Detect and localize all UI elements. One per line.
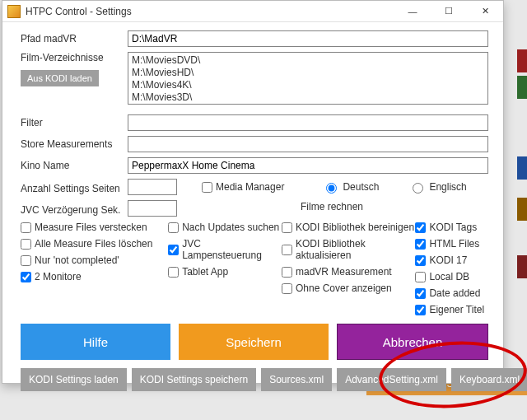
checkbox-label-two_mon: 2 Monitore — [35, 271, 82, 282]
checkbox-label-tags: KODI Tags — [429, 222, 477, 233]
bg-strip — [517, 49, 527, 72]
bg-strip — [517, 255, 527, 278]
checkbox-bib_clean[interactable]: KODI Bibliothek bereinigen — [282, 222, 415, 233]
checkbox-input-jvclamp[interactable] — [168, 245, 179, 255]
checkbox-localdb[interactable]: Local DB — [415, 271, 488, 282]
checkbox-input-localdb[interactable] — [415, 272, 426, 282]
checkbox-mf_hide[interactable]: Measure Files verstecken — [21, 222, 168, 233]
bg-strip — [517, 156, 527, 180]
checkbox-mf_del[interactable]: Alle Measure Files löschen — [21, 238, 168, 250]
checkbox-input-no_cover[interactable] — [282, 283, 292, 294]
app-icon — [7, 5, 21, 18]
label-filmdirs: Film-Verzeichnisse — [21, 52, 128, 63]
lang-de-label: Deutsch — [343, 181, 379, 193]
checkbox-input-bib_upd[interactable] — [282, 245, 292, 255]
lang-en-radio[interactable] — [413, 183, 423, 194]
label-pages: Anzahl Settings Seiten — [21, 180, 128, 194]
checkbox-label-dateadd: Date added — [429, 287, 480, 299]
checks-mid: Nach Updates suchenJVC LampensteuerungTa… — [168, 222, 282, 320]
checks-right: KODI TagsHTML FilesKODI 17Local DBDate a… — [415, 222, 488, 320]
checkbox-updates[interactable]: Nach Updates suchen — [168, 222, 282, 233]
checkbox-madvr_m[interactable]: madVR Measurement — [282, 266, 415, 278]
checkbox-label-mf_hide: Measure Files verstecken — [35, 222, 147, 233]
checkbox-input-html[interactable] — [415, 239, 426, 250]
checkbox-jvclamp[interactable]: JVC Lampensteuerung — [168, 238, 282, 261]
settings-window: HTPC Control - Settings — ☐ ✕ Pfad madVR… — [2, 0, 504, 384]
kino-input[interactable] — [128, 157, 488, 174]
save-button[interactable]: Speichern — [179, 324, 329, 360]
checks-filme: KODI Bibliothek bereinigenKODI Bibliothe… — [282, 222, 415, 320]
checkbox-input-bib_clean[interactable] — [282, 222, 292, 233]
lang-de-radio[interactable] — [326, 183, 337, 194]
bg-strip — [517, 198, 527, 221]
cancel-button[interactable]: Abbrechen — [337, 324, 488, 360]
checkbox-input-mf_del[interactable] — [21, 239, 31, 250]
checkbox-input-eigen[interactable] — [415, 305, 426, 315]
checkbox-input-madvr_m[interactable] — [282, 267, 292, 278]
sources-button[interactable]: Sources.xml — [261, 368, 332, 391]
checkbox-no_cover[interactable]: Ohne Cover anzeigen — [282, 282, 415, 294]
checkbox-bib_upd[interactable]: KODI Bibliothek aktualisieren — [282, 238, 415, 261]
checkbox-label-no_cover: Ohne Cover anzeigen — [296, 282, 392, 294]
checkbox-input-dateadd[interactable] — [415, 288, 426, 299]
checkbox-label-jvclamp: JVC Lampensteuerung — [182, 238, 282, 261]
checks-left: Measure Files versteckenAlle Measure Fil… — [21, 222, 168, 320]
checkbox-label-mf_del: Alle Measure Files löschen — [35, 238, 152, 250]
store-input[interactable] — [128, 136, 488, 152]
keyboard-button[interactable]: Keyboard.xml — [451, 368, 527, 391]
checkbox-input-k17[interactable] — [415, 255, 426, 266]
close-button[interactable]: ✕ — [467, 1, 503, 22]
checkbox-input-mf_hide[interactable] — [21, 222, 31, 233]
checkbox-html[interactable]: HTML Files — [415, 238, 488, 250]
pfad-input[interactable] — [128, 30, 488, 47]
checkbox-k17[interactable]: KODI 17 — [415, 254, 488, 266]
checkbox-input-tablet[interactable] — [168, 267, 179, 278]
filter-input[interactable] — [128, 114, 488, 131]
checkbox-label-k17: KODI 17 — [429, 254, 467, 266]
maximize-button[interactable]: ☐ — [431, 1, 467, 22]
label-kino: Kino Name — [21, 157, 128, 171]
label-jvc: JVC Verzögerung Sek. — [21, 202, 128, 216]
kodi-save-button[interactable]: KODI Settings speichern — [132, 368, 256, 391]
checkbox-label-updates: Nach Updates suchen — [182, 222, 279, 233]
minimize-button[interactable]: — — [394, 1, 431, 22]
checkbox-input-not_comp[interactable] — [21, 255, 31, 266]
label-filter: Filter — [21, 114, 128, 128]
checkbox-label-html: HTML Files — [429, 238, 479, 250]
kodi-load-button[interactable]: KODI Settings laden — [21, 368, 127, 391]
checkbox-input-tags[interactable] — [415, 222, 426, 233]
checkbox-dateadd[interactable]: Date added — [415, 287, 488, 299]
checkbox-label-not_comp: Nur 'not completed' — [35, 254, 119, 266]
checkbox-label-localdb: Local DB — [429, 271, 469, 282]
jvc-input[interactable] — [128, 200, 177, 217]
checkbox-label-eigen: Eigener Titel — [429, 304, 484, 315]
checkbox-label-bib_clean: KODI Bibliothek bereinigen — [296, 222, 414, 233]
checkbox-eigen[interactable]: Eigener Titel — [415, 304, 488, 315]
checkbox-label-tablet: Tablet App — [182, 266, 228, 278]
label-pfad: Pfad madVR — [21, 30, 128, 44]
window-title: HTPC Control - Settings — [26, 6, 394, 17]
advsetting-button[interactable]: AdvancedSetting.xml — [337, 368, 446, 391]
checkbox-input-updates[interactable] — [168, 222, 179, 233]
pages-input[interactable] — [128, 179, 177, 195]
checkbox-not_comp[interactable]: Nur 'not completed' — [21, 254, 168, 266]
checkbox-label-bib_upd: KODI Bibliothek aktualisieren — [296, 238, 415, 261]
checkbox-label-madvr_m: madVR Measurement — [296, 266, 392, 278]
mediamgr-checkbox[interactable] — [202, 182, 212, 193]
help-button[interactable]: Hilfe — [21, 324, 170, 360]
filme-rechnen-heading: Filme rechnen — [301, 201, 363, 212]
checkbox-input-two_mon[interactable] — [21, 272, 31, 282]
titlebar: HTPC Control - Settings — ☐ ✕ — [2, 1, 503, 22]
mediamgr-label: Media Manager — [216, 181, 284, 193]
load-kodi-button[interactable]: Aus KODI laden — [21, 70, 99, 86]
label-store: Store Measurements — [21, 136, 128, 150]
bg-strip — [517, 76, 527, 99]
checkbox-tablet[interactable]: Tablet App — [168, 266, 282, 278]
checkbox-two_mon[interactable]: 2 Monitore — [21, 271, 168, 282]
checkbox-tags[interactable]: KODI Tags — [415, 222, 488, 233]
filmdirs-listbox[interactable]: M:\MoviesDVD\ M:\MoviesHD\ M:\Movies4K\ … — [128, 52, 488, 105]
lang-en-label: Englisch — [429, 181, 466, 193]
